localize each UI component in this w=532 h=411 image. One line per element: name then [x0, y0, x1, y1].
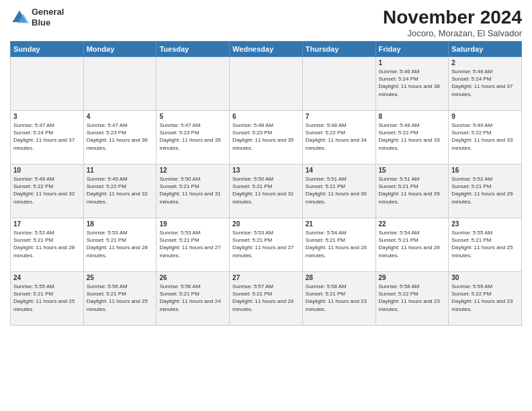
calendar-cell: 11Sunrise: 5:49 AM Sunset: 5:22 PM Dayli… [83, 165, 157, 218]
calendar-cell: 20Sunrise: 5:53 AM Sunset: 5:21 PM Dayli… [230, 218, 303, 272]
day-number: 17 [13, 220, 81, 228]
calendar-cell: 12Sunrise: 5:50 AM Sunset: 5:21 PM Dayli… [157, 165, 230, 218]
calendar-cell: 24Sunrise: 5:55 AM Sunset: 5:21 PM Dayli… [11, 272, 84, 326]
col-wednesday: Wednesday [230, 42, 303, 57]
calendar-cell: 13Sunrise: 5:50 AM Sunset: 5:21 PM Dayli… [230, 165, 303, 218]
day-number: 18 [87, 220, 154, 228]
calendar-week-row: 17Sunrise: 5:52 AM Sunset: 5:21 PM Dayli… [11, 218, 522, 272]
calendar-cell: 10Sunrise: 5:49 AM Sunset: 5:22 PM Dayli… [11, 165, 84, 218]
day-info: Sunrise: 5:58 AM Sunset: 5:22 PM Dayligh… [379, 283, 446, 313]
calendar-cell: 27Sunrise: 5:57 AM Sunset: 5:21 PM Dayli… [230, 272, 303, 326]
day-number: 28 [306, 274, 373, 281]
calendar-cell: 19Sunrise: 5:53 AM Sunset: 5:21 PM Dayli… [157, 218, 230, 272]
logo-icon [10, 8, 29, 27]
calendar-cell: 15Sunrise: 5:51 AM Sunset: 5:21 PM Dayli… [375, 165, 449, 218]
day-info: Sunrise: 5:49 AM Sunset: 5:22 PM Dayligh… [13, 175, 81, 205]
calendar-week-row: 3Sunrise: 5:47 AM Sunset: 5:24 PM Daylig… [11, 111, 522, 165]
calendar-cell: 4Sunrise: 5:47 AM Sunset: 5:23 PM Daylig… [83, 111, 157, 165]
day-info: Sunrise: 5:59 AM Sunset: 5:22 PM Dayligh… [451, 283, 519, 313]
day-info: Sunrise: 5:58 AM Sunset: 5:21 PM Dayligh… [306, 283, 373, 313]
day-info: Sunrise: 5:50 AM Sunset: 5:21 PM Dayligh… [159, 175, 226, 205]
location: Jocoro, Morazan, El Salvador [383, 28, 522, 38]
calendar-cell: 30Sunrise: 5:59 AM Sunset: 5:22 PM Dayli… [449, 272, 522, 326]
calendar-cell: 6Sunrise: 5:48 AM Sunset: 5:23 PM Daylig… [230, 111, 303, 165]
day-number: 23 [451, 220, 519, 228]
day-info: Sunrise: 5:55 AM Sunset: 5:21 PM Dayligh… [13, 283, 81, 313]
day-info: Sunrise: 5:51 AM Sunset: 5:21 PM Dayligh… [379, 175, 446, 205]
day-number: 30 [451, 274, 519, 281]
day-info: Sunrise: 5:55 AM Sunset: 5:21 PM Dayligh… [451, 229, 519, 259]
day-info: Sunrise: 5:53 AM Sunset: 5:21 PM Dayligh… [159, 229, 226, 259]
day-info: Sunrise: 5:50 AM Sunset: 5:21 PM Dayligh… [232, 175, 300, 205]
day-info: Sunrise: 5:56 AM Sunset: 5:21 PM Dayligh… [87, 283, 154, 313]
calendar-cell: 23Sunrise: 5:55 AM Sunset: 5:21 PM Dayli… [449, 218, 522, 272]
day-info: Sunrise: 5:53 AM Sunset: 5:21 PM Dayligh… [87, 229, 154, 259]
day-number: 22 [379, 220, 446, 228]
calendar-cell [230, 57, 303, 111]
day-number: 19 [159, 220, 226, 228]
day-number: 8 [379, 113, 446, 120]
calendar-cell: 28Sunrise: 5:58 AM Sunset: 5:21 PM Dayli… [302, 272, 375, 326]
calendar-week-row: 24Sunrise: 5:55 AM Sunset: 5:21 PM Dayli… [11, 272, 522, 326]
calendar-cell: 2Sunrise: 5:46 AM Sunset: 5:24 PM Daylig… [449, 57, 522, 111]
day-info: Sunrise: 5:52 AM Sunset: 5:21 PM Dayligh… [451, 175, 519, 205]
day-number: 9 [451, 113, 519, 120]
day-info: Sunrise: 5:48 AM Sunset: 5:22 PM Dayligh… [306, 122, 373, 152]
calendar-header-row: Sunday Monday Tuesday Wednesday Thursday… [11, 42, 522, 57]
calendar-cell: 9Sunrise: 5:49 AM Sunset: 5:22 PM Daylig… [449, 111, 522, 165]
day-info: Sunrise: 5:48 AM Sunset: 5:23 PM Dayligh… [232, 122, 300, 152]
day-info: Sunrise: 5:51 AM Sunset: 5:21 PM Dayligh… [306, 175, 373, 205]
month-title: November 2024 [383, 7, 522, 28]
day-number: 29 [379, 274, 446, 281]
calendar-cell: 1Sunrise: 5:46 AM Sunset: 5:24 PM Daylig… [375, 57, 449, 111]
calendar-cell: 18Sunrise: 5:53 AM Sunset: 5:21 PM Dayli… [83, 218, 157, 272]
day-number: 13 [232, 167, 300, 174]
day-number: 20 [232, 220, 300, 228]
day-number: 21 [306, 220, 373, 228]
day-info: Sunrise: 5:57 AM Sunset: 5:21 PM Dayligh… [232, 283, 300, 313]
calendar-cell: 21Sunrise: 5:54 AM Sunset: 5:21 PM Dayli… [302, 218, 375, 272]
header: General Blue November 2024 Jocoro, Moraz… [10, 7, 522, 38]
day-number: 4 [87, 113, 154, 120]
day-info: Sunrise: 5:46 AM Sunset: 5:24 PM Dayligh… [379, 68, 446, 98]
day-number: 16 [451, 167, 519, 174]
day-number: 3 [13, 113, 81, 120]
calendar-cell [157, 57, 230, 111]
day-number: 27 [232, 274, 300, 281]
calendar-table: Sunday Monday Tuesday Wednesday Thursday… [10, 41, 522, 326]
day-number: 25 [87, 274, 154, 281]
logo-text: General Blue [32, 7, 64, 28]
logo: General Blue [10, 7, 64, 28]
calendar-week-row: 1Sunrise: 5:46 AM Sunset: 5:24 PM Daylig… [11, 57, 522, 111]
calendar-cell: 29Sunrise: 5:58 AM Sunset: 5:22 PM Dayli… [375, 272, 449, 326]
day-number: 14 [306, 167, 373, 174]
day-info: Sunrise: 5:49 AM Sunset: 5:22 PM Dayligh… [87, 175, 154, 205]
day-number: 5 [159, 113, 226, 120]
day-number: 11 [87, 167, 154, 174]
day-number: 26 [159, 274, 226, 281]
col-saturday: Saturday [449, 42, 522, 57]
col-thursday: Thursday [302, 42, 375, 57]
main-container: General Blue November 2024 Jocoro, Moraz… [0, 0, 532, 329]
calendar-cell: 26Sunrise: 5:56 AM Sunset: 5:21 PM Dayli… [157, 272, 230, 326]
day-number: 6 [232, 113, 300, 120]
calendar-cell: 16Sunrise: 5:52 AM Sunset: 5:21 PM Dayli… [449, 165, 522, 218]
day-info: Sunrise: 5:46 AM Sunset: 5:24 PM Dayligh… [451, 68, 519, 98]
day-number: 24 [13, 274, 81, 281]
day-info: Sunrise: 5:56 AM Sunset: 5:21 PM Dayligh… [159, 283, 226, 313]
calendar-cell: 25Sunrise: 5:56 AM Sunset: 5:21 PM Dayli… [83, 272, 157, 326]
calendar-cell: 14Sunrise: 5:51 AM Sunset: 5:21 PM Dayli… [302, 165, 375, 218]
title-block: November 2024 Jocoro, Morazan, El Salvad… [383, 7, 522, 38]
calendar-cell: 22Sunrise: 5:54 AM Sunset: 5:21 PM Dayli… [375, 218, 449, 272]
calendar-cell [302, 57, 375, 111]
day-info: Sunrise: 5:53 AM Sunset: 5:21 PM Dayligh… [232, 229, 300, 259]
day-info: Sunrise: 5:52 AM Sunset: 5:21 PM Dayligh… [13, 229, 81, 259]
col-friday: Friday [375, 42, 449, 57]
col-monday: Monday [83, 42, 157, 57]
calendar-cell: 5Sunrise: 5:47 AM Sunset: 5:23 PM Daylig… [157, 111, 230, 165]
day-info: Sunrise: 5:54 AM Sunset: 5:21 PM Dayligh… [379, 229, 446, 259]
day-number: 15 [379, 167, 446, 174]
calendar-cell: 7Sunrise: 5:48 AM Sunset: 5:22 PM Daylig… [302, 111, 375, 165]
calendar-cell [83, 57, 157, 111]
col-tuesday: Tuesday [157, 42, 230, 57]
